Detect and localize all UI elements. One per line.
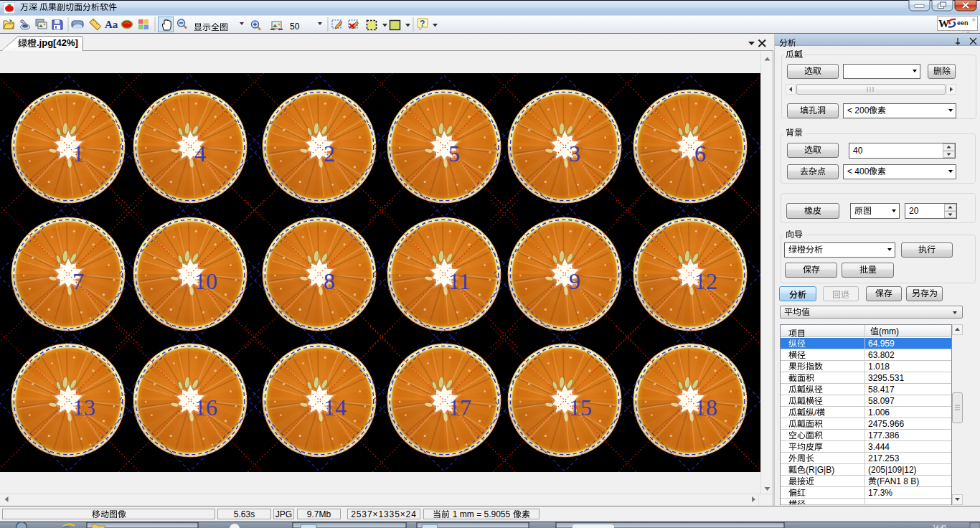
svg-text:14: 14 [324,395,347,420]
svg-text:50: 50 [290,22,300,32]
svg-text:Aa: Aa [105,19,118,30]
svg-text:2: 2 [324,141,335,166]
svg-text:9: 9 [569,268,580,294]
svg-text:8: 8 [324,268,335,294]
svg-text:11: 11 [448,268,471,294]
svg-text:12: 12 [694,268,717,294]
svg-text:14:45: 14:45 [933,524,946,528]
svg-text:4: 4 [194,141,206,166]
svg-text:16: 16 [194,395,217,420]
svg-text:?: ? [420,19,425,29]
svg-text:18: 18 [694,395,717,420]
svg-text:3: 3 [569,141,580,166]
svg-text:13: 13 [72,395,95,420]
svg-text:7: 7 [72,268,84,294]
svg-text:®: ® [972,18,976,22]
svg-text:5: 5 [448,141,460,166]
svg-text:15: 15 [569,395,592,420]
svg-text:10: 10 [194,268,217,294]
svg-text:1: 1 [72,141,84,166]
svg-text:6: 6 [694,141,706,166]
svg-text:17: 17 [448,395,471,420]
svg-text:W: W [938,18,949,29]
